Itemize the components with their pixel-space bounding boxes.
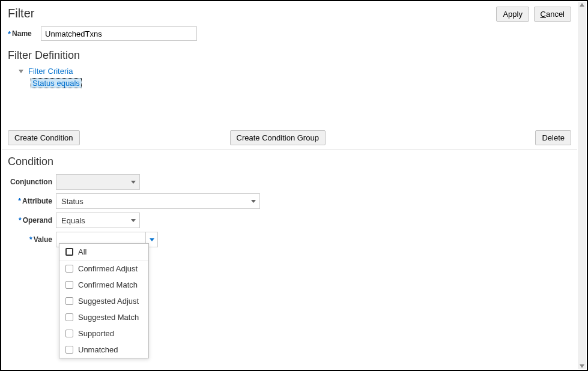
delete-button[interactable]: Delete bbox=[535, 130, 571, 145]
name-label: Name bbox=[12, 29, 41, 38]
tree-child-row: Status equals bbox=[31, 78, 571, 88]
header-buttons: Apply Cancel bbox=[494, 7, 571, 22]
dropdown-option-all[interactable]: All bbox=[59, 244, 148, 261]
vertical-scrollbar[interactable] bbox=[578, 2, 586, 369]
action-bar: Create Condition Create Condition Group … bbox=[2, 127, 577, 149]
filter-dialog: Filter Apply Cancel * Name Filter Defini… bbox=[0, 0, 588, 371]
filter-criteria-tree: Filter Criteria Status equals bbox=[2, 65, 577, 97]
chevron-down-icon bbox=[251, 200, 256, 203]
checkbox-icon bbox=[65, 248, 73, 256]
chevron-down-icon bbox=[131, 181, 136, 184]
operand-select[interactable]: Equals bbox=[56, 213, 140, 228]
dropdown-option-confirmed-match[interactable]: Confirmed Match bbox=[59, 277, 148, 293]
dropdown-option-suggested-match[interactable]: Suggested Match bbox=[59, 309, 148, 325]
filter-criteria-link[interactable]: Filter Criteria bbox=[28, 67, 73, 76]
name-row: * Name bbox=[2, 24, 577, 43]
attribute-label: *Attribute bbox=[8, 197, 56, 205]
value-dropdown-panel: All Confirmed Adjust Confirmed Match Sug… bbox=[59, 243, 149, 358]
checkbox-icon bbox=[65, 346, 73, 354]
option-label: Suggested Adjust bbox=[78, 297, 139, 306]
page-title: Filter bbox=[8, 7, 34, 20]
dropdown-option-supported[interactable]: Supported bbox=[59, 325, 148, 342]
criteria-node-status-equals[interactable]: Status equals bbox=[31, 78, 82, 88]
attribute-select[interactable]: Status bbox=[56, 193, 260, 209]
required-indicator: * bbox=[29, 235, 32, 244]
option-label: Suggested Match bbox=[78, 313, 139, 322]
condition-form: Conjunction *Attribute Status *Operand E… bbox=[2, 172, 577, 253]
tree-root-row[interactable]: Filter Criteria bbox=[19, 67, 571, 76]
create-condition-group-button[interactable]: Create Condition Group bbox=[230, 130, 326, 145]
option-label: Confirmed Match bbox=[78, 280, 138, 289]
conjunction-row: Conjunction bbox=[8, 174, 571, 190]
conjunction-select[interactable] bbox=[56, 174, 140, 190]
option-label: Unmatched bbox=[78, 345, 118, 354]
option-label: Confirmed Adjust bbox=[78, 264, 138, 273]
content-area: Filter Apply Cancel * Name Filter Defini… bbox=[2, 2, 577, 369]
value-label: *Value bbox=[8, 235, 56, 244]
required-indicator: * bbox=[19, 216, 22, 225]
checkbox-icon bbox=[65, 281, 73, 289]
create-condition-button[interactable]: Create Condition bbox=[8, 130, 80, 145]
scroll-up-icon[interactable] bbox=[580, 3, 584, 7]
checkbox-icon bbox=[65, 313, 73, 321]
conjunction-label: Conjunction bbox=[8, 178, 56, 186]
name-input[interactable] bbox=[41, 26, 197, 41]
apply-button[interactable]: Apply bbox=[496, 7, 529, 22]
option-label: Supported bbox=[78, 329, 114, 338]
filter-definition-title: Filter Definition bbox=[2, 43, 577, 65]
triangle-down-icon bbox=[150, 238, 154, 241]
operand-label: *Operand bbox=[8, 216, 56, 225]
action-center: Create Condition Group bbox=[230, 130, 530, 145]
condition-title: Condition bbox=[2, 149, 577, 172]
header: Filter Apply Cancel bbox=[2, 2, 577, 24]
required-indicator: * bbox=[18, 197, 21, 205]
attribute-row: *Attribute Status bbox=[8, 193, 571, 209]
dropdown-option-suggested-adjust[interactable]: Suggested Adjust bbox=[59, 293, 148, 309]
cancel-button[interactable]: Cancel bbox=[534, 7, 571, 22]
dropdown-option-unmatched[interactable]: Unmatched bbox=[59, 342, 148, 358]
option-label: All bbox=[78, 247, 86, 256]
checkbox-icon bbox=[65, 265, 73, 273]
dropdown-option-confirmed-adjust[interactable]: Confirmed Adjust bbox=[59, 261, 148, 277]
chevron-down-icon bbox=[131, 219, 136, 222]
spacer bbox=[2, 97, 577, 127]
checkbox-icon bbox=[65, 330, 73, 337]
cancel-accelerator: C bbox=[541, 10, 546, 19]
checkbox-icon bbox=[65, 297, 73, 305]
scroll-down-icon[interactable] bbox=[580, 364, 584, 368]
attribute-value: Status bbox=[61, 197, 83, 206]
operand-value: Equals bbox=[61, 216, 85, 225]
disclosure-triangle-icon[interactable] bbox=[19, 70, 23, 73]
operand-row: *Operand Equals bbox=[8, 213, 571, 228]
required-indicator: * bbox=[8, 29, 11, 38]
